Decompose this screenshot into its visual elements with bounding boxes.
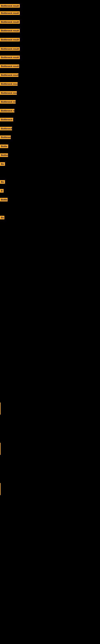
bottleneck-row: Bottleneck resu — [0, 100, 16, 104]
bottleneck-label: Bottle — [0, 198, 8, 202]
bottleneck-label: Bottleneck result — [0, 73, 18, 77]
bottleneck-row: B — [0, 189, 3, 194]
bottleneck-label: Bottleneck result — [0, 20, 20, 24]
bottleneck-label: Bottleneck resu — [0, 100, 16, 104]
bottleneck-label: Bottleneck result — [0, 91, 17, 95]
bottleneck-row: Bottleneck — [0, 136, 11, 140]
bottleneck-row: Bottleneck result — [0, 64, 19, 69]
bottleneck-row: Bottle — [0, 198, 8, 202]
bottleneck-label: Bottlene — [0, 153, 8, 157]
bottleneck-label: Bottleneck res — [0, 118, 13, 121]
bottleneck-row: Bottlene — [0, 153, 8, 158]
vertical-bar — [0, 443, 0, 455]
bottleneck-row: Bottleneck res — [0, 118, 13, 122]
bottleneck-row: Bo — [0, 180, 5, 184]
bottleneck-label: Bottleneck result — [0, 4, 20, 8]
bottleneck-label: Bottleneck result — [0, 56, 20, 59]
bottleneck-row: Bottleneck result — [0, 29, 20, 33]
bottleneck-row: Bo — [0, 162, 5, 167]
bottleneck-label: Bottleneck re — [0, 127, 12, 130]
bottleneck-row: Bottleneck result — [0, 91, 17, 96]
bottleneck-label: Bo — [0, 216, 4, 219]
bottleneck-row: Bottleneck result — [0, 82, 18, 86]
bottleneck-row: Bottleneck res — [0, 109, 14, 113]
bottleneck-label: Bottleneck res — [0, 109, 14, 112]
bottleneck-row: Bo — [0, 216, 4, 220]
bottleneck-row: Bottleneck result — [0, 73, 18, 78]
bottleneck-label: Bo — [0, 180, 5, 184]
bottleneck-label: Bottleneck result — [0, 29, 20, 32]
bottleneck-label: Bottleneck result — [0, 82, 18, 86]
bottleneck-label: Bottleneck — [0, 136, 11, 139]
bottleneck-label: Bottleneck result — [0, 47, 20, 51]
bottleneck-row: Bottleneck result — [0, 38, 20, 42]
bottleneck-label: Bottleneck result — [0, 64, 19, 68]
bottleneck-row: Bottleneck result — [0, 56, 20, 60]
vertical-bar — [0, 402, 0, 414]
bottleneck-label: B — [0, 189, 3, 192]
bottleneck-row: Bottleneck result — [0, 47, 20, 52]
bottleneck-label: Bottle — [0, 144, 8, 148]
bottleneck-row: Bottleneck re — [0, 127, 12, 131]
site-title — [0, 0, 100, 2]
bottleneck-row: Bottleneck result — [0, 11, 20, 16]
bottleneck-row: Bottleneck result — [0, 4, 20, 8]
bottleneck-label: Bo — [0, 162, 5, 166]
vertical-bar — [0, 483, 0, 495]
bottleneck-row: Bottleneck result — [0, 20, 20, 24]
bottleneck-row: Bottle — [0, 144, 8, 149]
bottleneck-label: Bottleneck result — [0, 11, 20, 15]
bottleneck-label: Bottleneck result — [0, 38, 20, 42]
